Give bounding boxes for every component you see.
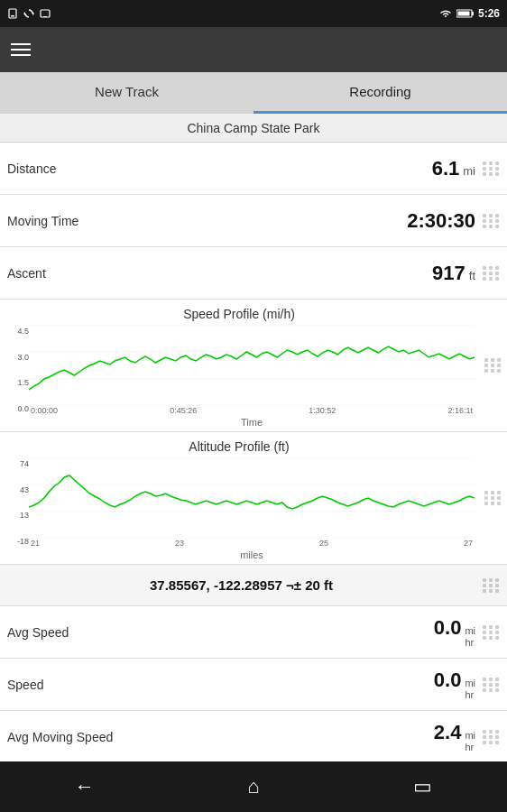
stat-value-group-speed: 0.0 mi hr	[434, 669, 475, 699]
tab-recording[interactable]: Recording	[254, 72, 507, 114]
stat-value-avg-speed: 0.0	[434, 616, 462, 640]
drag-handle-coords[interactable]	[483, 578, 500, 593]
status-bar: 5:26	[0, 0, 507, 27]
drag-handle-avg-speed[interactable]	[483, 625, 500, 640]
svg-marker-2	[32, 12, 34, 15]
drag-handle-alt-chart[interactable]	[484, 491, 502, 505]
stat-unit-stack-speed: mi hr	[465, 678, 475, 699]
stat-value-group-moving-time: 2:30:30	[407, 209, 475, 233]
drag-handle-avg-moving-speed[interactable]	[483, 730, 500, 744]
stat-label-ascent: Ascent	[7, 266, 432, 281]
recent-apps-button[interactable]: ▭	[400, 764, 445, 809]
drag-handle-moving-time[interactable]	[483, 214, 500, 228]
speed-y4: 4.5	[17, 327, 29, 336]
location-text: China Camp State Park	[187, 121, 319, 135]
stat-value-group-distance: 6.1 mi	[432, 157, 475, 180]
stat-unit-stack-avg-moving-speed: mi hr	[465, 730, 475, 752]
svg-marker-3	[23, 12, 25, 15]
alt-chart-container: Altitude Profile (ft) 74 43 13 -18	[0, 432, 507, 565]
stat-label-avg-speed: Avg Speed	[7, 625, 434, 640]
alt-y2: 13	[20, 511, 29, 520]
speed-x3: 2:16:1t	[447, 406, 473, 415]
alt-x0: 21	[31, 539, 40, 548]
alt-y1: -18	[17, 537, 29, 546]
stat-value-moving-time: 2:30:30	[407, 209, 475, 233]
tab-bar: New Track Recording	[0, 72, 507, 114]
speed-x2: 1:30:52	[309, 406, 336, 415]
svg-rect-5	[43, 16, 47, 17]
stat-value-group-ascent: 917 ft	[432, 262, 475, 285]
tablet-icon	[40, 8, 51, 19]
stat-row-distance: Distance 6.1 mi	[0, 143, 507, 195]
tab-new-track[interactable]: New Track	[0, 72, 254, 114]
speed-x-label: Time	[29, 417, 475, 428]
alt-x3: 27	[464, 539, 473, 548]
speed-y1: 0.0	[17, 404, 29, 413]
stat-label-speed: Speed	[7, 678, 434, 692]
stat-value-distance: 6.1	[432, 157, 460, 180]
stat-unit-stack-avg-speed: mi hr	[465, 625, 475, 647]
drag-handle-ascent[interactable]	[483, 266, 500, 281]
alt-x2: 25	[319, 539, 328, 548]
stat-value-group-avg-moving-speed: 2.4 mi hr	[434, 721, 475, 752]
drag-handle-speed-chart[interactable]	[484, 358, 502, 373]
alt-x-label: miles	[29, 549, 475, 560]
speed-y3: 3.0	[17, 353, 29, 362]
alt-y3: 43	[20, 485, 29, 494]
alt-chart-svg	[29, 457, 475, 539]
stat-label-distance: Distance	[7, 161, 432, 176]
alt-chart-title: Altitude Profile (ft)	[4, 439, 475, 454]
speed-x-ticks: 0:00:00 0:45:26 1:30:52 2:16:1t	[29, 406, 475, 415]
alt-x1: 23	[175, 539, 184, 548]
main-content: Distance 6.1 mi Moving Time 2:30:30 Asce…	[0, 143, 507, 761]
coordinates-text: 37.85567, -122.28957 ¬± 20 ft	[7, 577, 475, 593]
stat-value-avg-moving-speed: 2.4	[434, 721, 462, 744]
menu-button[interactable]	[11, 43, 31, 56]
battery-icon	[456, 8, 475, 19]
svg-rect-7	[472, 12, 474, 15]
speed-chart-title: Speed Profile (mi/h)	[4, 307, 475, 321]
stat-unit-distance: mi	[463, 164, 475, 178]
speed-chart-svg	[29, 325, 475, 406]
alt-x-ticks: 21 23 25 27	[29, 539, 475, 548]
time-display: 5:26	[478, 7, 500, 20]
app-bar	[0, 27, 507, 72]
speed-x1: 0:45:26	[170, 406, 197, 415]
sync-icon	[23, 8, 34, 19]
alt-y4: 74	[20, 459, 29, 468]
svg-rect-4	[41, 10, 50, 17]
coords-bar: 37.85567, -122.28957 ¬± 20 ft	[0, 565, 507, 606]
speed-chart-container: Speed Profile (mi/h) 4.5 3.0 1.5 0.0	[0, 300, 507, 432]
stat-value-group-avg-speed: 0.0 mi hr	[434, 616, 475, 647]
status-icons-right: 5:26	[438, 7, 500, 20]
stat-unit-ascent: ft	[469, 269, 475, 282]
phone-icon	[7, 8, 18, 19]
drag-handle-distance[interactable]	[483, 161, 500, 176]
speed-y2: 1.5	[17, 378, 29, 387]
stat-value-speed: 0.0	[434, 669, 462, 692]
stat-label-moving-time: Moving Time	[7, 214, 407, 228]
speed-x0: 0:00:00	[31, 406, 58, 415]
stat-row-moving-time: Moving Time 2:30:30	[0, 195, 507, 247]
stat-row-ascent: Ascent 917 ft	[0, 247, 507, 300]
stat-row-speed: Speed 0.0 mi hr	[0, 659, 507, 711]
svg-rect-9	[29, 325, 475, 406]
bottom-nav: ← ⌂ ▭	[0, 761, 507, 812]
svg-rect-1	[11, 15, 14, 17]
stat-row-avg-speed: Avg Speed 0.0 mi hr	[0, 606, 507, 659]
stat-value-ascent: 917	[432, 262, 466, 285]
status-icons-left	[7, 8, 51, 19]
wifi-icon	[438, 8, 453, 19]
location-bar: China Camp State Park	[0, 114, 507, 143]
back-button[interactable]: ←	[62, 764, 107, 809]
stat-label-avg-moving-speed: Avg Moving Speed	[7, 730, 434, 744]
home-button[interactable]: ⌂	[231, 764, 276, 809]
stat-row-avg-moving-speed: Avg Moving Speed 2.4 mi hr	[0, 711, 507, 761]
svg-rect-14	[29, 457, 475, 539]
svg-rect-8	[457, 12, 469, 16]
drag-handle-speed[interactable]	[483, 678, 500, 692]
